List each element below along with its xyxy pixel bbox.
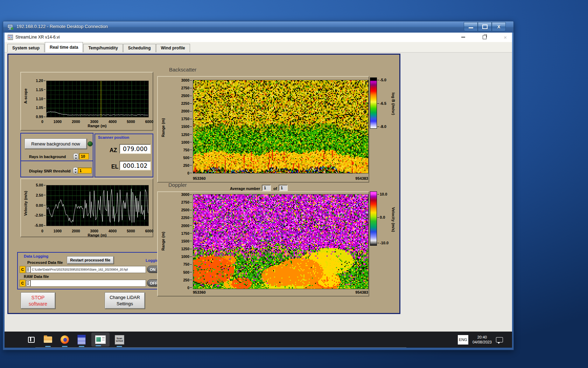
clock-date: 04/08/2023 [472,340,492,345]
tick-label: 0 [41,227,43,234]
rdp-minimize-button[interactable] [464,22,478,31]
azimuth-value-field[interactable]: 079.000 [119,144,151,154]
backscatter-heatmap-canvas [193,80,369,173]
processed-drive-selector[interactable]: C [20,266,26,273]
desktop: 192.168.0.122 - Remote Desktop Connectio… [0,0,588,368]
task-view-icon [28,337,35,343]
elevation-label: EL [111,164,118,170]
tab-temp-humidity[interactable]: Temp/humidity [83,44,122,52]
task-view-button[interactable] [24,332,38,347]
rdp-icon [7,24,14,30]
velocity-graph-panel: Velocity (m/s) 5.002.500.00-2.50-5.00 01… [20,178,153,237]
decrement-icon [75,158,77,159]
snr-value-field[interactable]: 1 [78,168,92,173]
taskbar-edge-highlight [35,347,406,348]
tick-label: 1750 [169,231,192,236]
colorbar-tick: 10.0 [377,192,387,196]
tick-label: 2000 [169,224,192,228]
language-indicator[interactable]: ENG [458,335,468,345]
close-icon: X [497,24,500,29]
restart-processed-file-button[interactable]: Restart processed file [67,256,114,264]
colorbar-tick: 0.0 [377,215,385,219]
tick-label: 2500 [169,94,192,98]
ascope-y-axis-label: A-scope [22,77,29,115]
raw-data-file-label: RAW Data file [24,274,49,279]
velocity-plot-canvas [46,185,149,226]
tick-label: 2250 [169,101,192,105]
path-type-icon [26,280,30,286]
average-total-field[interactable]: 1 [279,185,288,191]
rdp-close-button[interactable]: X [492,22,506,31]
rdp-titlebar[interactable]: 192.168.0.122 - Remote Desktop Connectio… [3,21,513,33]
tick-label: 1.10 [30,97,46,101]
backscatter-colorbar-label: log B (/m/sr) [391,79,396,128]
main-panel: A-scope 1.201.151.101.050.99 01000200030… [7,54,400,314]
stop-software-button[interactable]: STOPsoftware [21,292,55,309]
tick-label: 0 [41,118,43,124]
tab-wind-profile[interactable]: Wind profile [156,44,190,52]
vi-minimize-icon[interactable] [461,37,465,38]
average-number-field[interactable]: 1 [262,185,271,191]
tick-label: 1500 [169,124,192,129]
tick-label: 1500 [169,239,192,243]
background-led-indicator [88,141,93,146]
background-controls-box: Renew background now Rays in background … [20,133,93,177]
tick-label: 750 [169,148,192,152]
backscatter-y-axis-label: Range (m) [160,103,166,152]
raw-drive-selector[interactable]: C [20,280,26,287]
rays-in-background-label: Rays in background [29,155,66,159]
colorbar-tick: -5.0 [377,78,386,82]
vi-close-icon[interactable]: × [504,35,507,40]
doppler-y-axis-label: Range (m) [160,217,166,266]
ascope-y-ticks: 1.201.151.101.050.99 [30,79,46,119]
streamline-app-button[interactable] [75,332,89,347]
file-explorer-button[interactable] [41,332,55,347]
renew-background-button[interactable]: Renew background now [24,138,87,149]
firefox-icon [61,335,69,344]
tab-scheduling[interactable]: Scheduling [123,44,156,52]
striped-document-icon [77,335,86,345]
doppler-title: Doppler [168,182,187,188]
clock-time: 20:40 [472,335,492,340]
tab-strip: System setup Real time data Temp/humidit… [5,42,512,53]
tab-real-time-data[interactable]: Real time data [45,42,83,52]
firefox-button[interactable] [58,332,72,347]
ascope-x-axis-label: Range (m) [46,124,148,128]
tick-label: 2.50 [30,193,46,197]
doppler-heatmap-canvas [193,194,369,289]
tick-label: 3000 [169,192,192,197]
raw-path-field[interactable] [30,280,146,287]
notification-icon[interactable] [496,337,503,342]
tick-label: -5.00 [30,223,46,227]
rdp-window-title: 192.168.0.122 - Remote Desktop Connectio… [16,24,108,29]
snr-spinner[interactable] [73,167,78,174]
backscatter-graph-panel: Range (m) 300027502500225020001750150012… [157,76,369,183]
folder-icon [44,336,52,343]
processed-path-field[interactable]: C:\Lidar\Data\Proc\2023\202308\20230804\… [30,266,146,273]
tick-label: -2.50 [30,213,46,217]
elevation-value-field[interactable]: 000.102 [119,161,151,170]
doppler-colorbar [370,191,377,246]
change-lidar-settings-button[interactable]: Change LiDARSettings [105,292,145,309]
minimize-icon [469,27,473,28]
scanner-position-title: Scanner position [98,135,129,139]
colorbar-tick: -6.5 [377,101,386,105]
vi-restore-icon[interactable] [483,35,486,39]
tick-label: 500 [169,270,192,274]
tab-system-setup[interactable]: System setup [7,44,44,52]
clock[interactable]: 20:40 04/08/2023 [472,335,492,345]
rays-spinner[interactable] [73,153,78,160]
tick-label: 0 [169,286,192,290]
tick-label: 0 [169,171,192,175]
rays-value-field[interactable]: 10 [79,153,89,159]
maximize-icon [482,25,488,29]
data-logging-title: Data Logging [24,254,48,258]
rdp-maximize-button[interactable] [478,22,492,31]
vi-icon [8,35,13,40]
controls-divider [21,161,93,161]
vi-titlebar[interactable]: StreamLine XR v14-6.vi × [5,33,512,42]
active-window-button[interactable] [91,333,110,347]
scan-scheduler-button[interactable]: Scansched [112,332,126,347]
tick-label: 2000 [169,109,192,113]
ascope-plot-canvas [46,81,149,117]
